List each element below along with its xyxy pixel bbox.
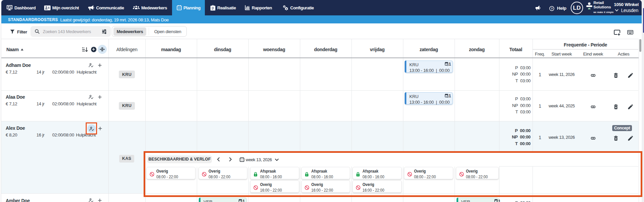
svg-text:?: ?	[551, 7, 553, 10]
